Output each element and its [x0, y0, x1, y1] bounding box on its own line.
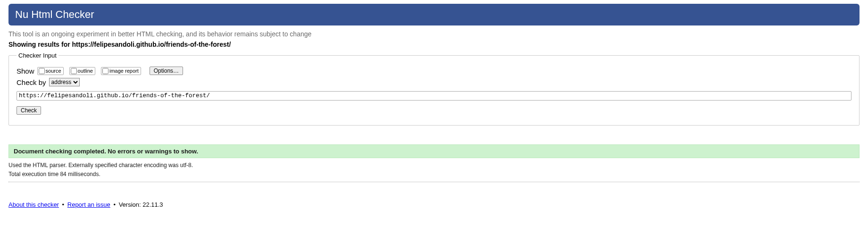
outline-checkbox-label: outline: [78, 68, 93, 74]
success-message: Document checking completed. No errors o…: [8, 144, 860, 158]
timing-info: Total execution time 84 milliseconds.: [8, 170, 860, 179]
options-button[interactable]: Options…: [150, 67, 183, 75]
report-issue-link[interactable]: Report an issue: [67, 201, 110, 208]
page-header: Nu Html Checker: [8, 4, 860, 25]
image-report-checkbox-group[interactable]: image report: [101, 67, 141, 75]
outline-checkbox[interactable]: [71, 68, 77, 74]
checker-input-legend: Checker Input: [17, 52, 58, 59]
check-by-select[interactable]: address: [49, 78, 80, 86]
show-label: Show: [17, 67, 34, 75]
source-checkbox-label: source: [46, 68, 61, 74]
show-row: Show source outline image report Options…: [17, 67, 851, 75]
page-title: Nu Html Checker: [15, 8, 94, 20]
source-checkbox-group[interactable]: source: [37, 67, 64, 75]
parser-info: Used the HTML parser. Externally specifi…: [8, 161, 860, 170]
check-by-row: Check by address: [17, 78, 851, 86]
check-by-label: Check by: [17, 78, 46, 86]
checker-input-fieldset: Checker Input Show source outline image …: [8, 52, 860, 126]
check-row: Check: [17, 106, 851, 115]
divider: [8, 182, 860, 182]
separator: •: [62, 201, 65, 208]
separator: •: [113, 201, 116, 208]
image-report-checkbox-label: image report: [109, 68, 139, 74]
check-button[interactable]: Check: [17, 106, 41, 115]
url-input[interactable]: [17, 91, 851, 101]
image-report-checkbox[interactable]: [102, 68, 108, 74]
footer: About this checker • Report an issue • V…: [8, 201, 860, 208]
tagline: This tool is an ongoing experiment in be…: [8, 30, 860, 38]
source-checkbox[interactable]: [39, 68, 45, 74]
details-block: Used the HTML parser. Externally specifi…: [8, 161, 860, 179]
version-label: Version: 22.11.3: [119, 201, 163, 208]
about-link[interactable]: About this checker: [8, 201, 59, 208]
outline-checkbox-group[interactable]: outline: [69, 67, 95, 75]
results-heading: Showing results for https://felipesandol…: [8, 41, 860, 48]
